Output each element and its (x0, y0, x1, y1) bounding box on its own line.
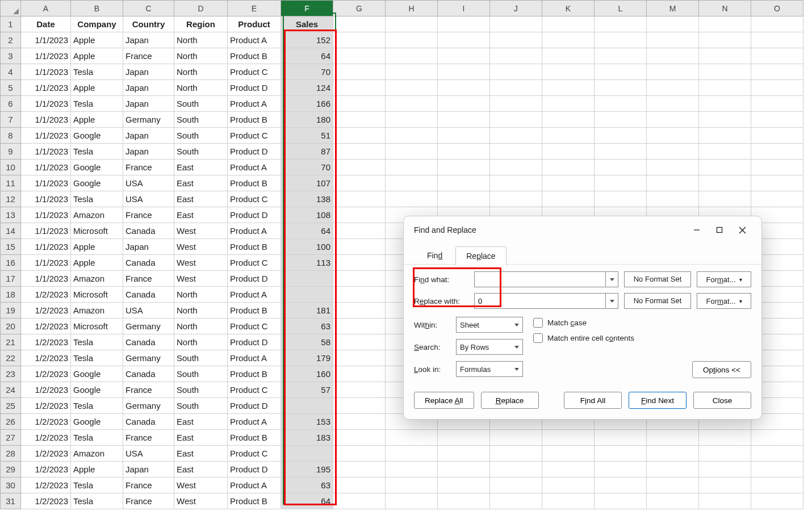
cell-F25[interactable] (281, 398, 333, 414)
cell-A10[interactable]: 1/1/2023 (21, 160, 71, 175)
cell-E29[interactable]: Product D (228, 462, 281, 477)
column-header-o[interactable]: O (751, 1, 803, 16)
cell-L3[interactable] (595, 48, 647, 64)
cell-A1[interactable]: Date (21, 16, 71, 32)
cell-G23[interactable] (333, 366, 386, 382)
cell-C18[interactable]: Canada (123, 287, 174, 303)
row-header-24[interactable]: 24 (1, 382, 21, 398)
cell-A5[interactable]: 1/1/2023 (21, 80, 71, 96)
cell-M4[interactable] (647, 64, 699, 80)
cell-G21[interactable] (333, 334, 386, 350)
cell-G2[interactable] (333, 32, 386, 48)
cell-A20[interactable]: 1/2/2023 (21, 319, 71, 334)
cell-D9[interactable]: South (174, 144, 228, 160)
cell-C5[interactable]: Japan (123, 80, 174, 96)
cell-D3[interactable]: North (174, 48, 228, 64)
cell-A26[interactable]: 1/2/2023 (21, 414, 71, 430)
cell-N3[interactable] (699, 48, 751, 64)
cell-A15[interactable]: 1/1/2023 (21, 239, 71, 255)
within-select[interactable]: Sheet (456, 317, 523, 333)
cell-E30[interactable]: Product A (228, 477, 281, 493)
cell-A22[interactable]: 1/2/2023 (21, 350, 71, 366)
cell-F17[interactable] (281, 271, 333, 287)
cell-O29[interactable] (751, 462, 803, 477)
match-entire-checkbox[interactable]: Match entire cell contents (533, 333, 634, 343)
cell-O2[interactable] (751, 32, 803, 48)
cell-F31[interactable]: 64 (281, 493, 333, 509)
cell-K9[interactable] (542, 144, 595, 160)
cell-N7[interactable] (699, 112, 751, 128)
cell-H7[interactable] (386, 112, 438, 128)
cell-B9[interactable]: Tesla (71, 144, 123, 160)
cell-F8[interactable]: 51 (281, 128, 333, 144)
cell-K27[interactable] (542, 430, 595, 446)
cell-D30[interactable]: West (174, 477, 228, 493)
cell-M11[interactable] (647, 175, 699, 191)
cell-B30[interactable]: Tesla (71, 477, 123, 493)
cell-N28[interactable] (699, 446, 751, 462)
cell-G4[interactable] (333, 64, 386, 80)
cell-O10[interactable] (751, 160, 803, 175)
cell-A9[interactable]: 1/1/2023 (21, 144, 71, 160)
cell-J7[interactable] (490, 112, 542, 128)
row-header-19[interactable]: 19 (1, 303, 21, 319)
cell-F14[interactable]: 64 (281, 223, 333, 239)
tab-replace[interactable]: Replace (455, 246, 506, 265)
cell-F19[interactable]: 181 (281, 303, 333, 319)
cell-E12[interactable]: Product C (228, 191, 281, 207)
cell-O11[interactable] (751, 175, 803, 191)
cell-C28[interactable]: USA (123, 446, 174, 462)
cell-O6[interactable] (751, 96, 803, 112)
cell-F16[interactable]: 113 (281, 255, 333, 271)
cell-A23[interactable]: 1/2/2023 (21, 366, 71, 382)
cell-C22[interactable]: Germany (123, 350, 174, 366)
cell-E10[interactable]: Product A (228, 160, 281, 175)
cell-G5[interactable] (333, 80, 386, 96)
cell-E21[interactable]: Product D (228, 334, 281, 350)
cell-G14[interactable] (333, 223, 386, 239)
cell-J30[interactable] (490, 477, 542, 493)
row-header-16[interactable]: 16 (1, 255, 21, 271)
cell-L6[interactable] (595, 96, 647, 112)
cell-I4[interactable] (438, 64, 490, 80)
row-header-15[interactable]: 15 (1, 239, 21, 255)
cell-A31[interactable]: 1/2/2023 (21, 493, 71, 509)
cell-A14[interactable]: 1/1/2023 (21, 223, 71, 239)
cell-O30[interactable] (751, 477, 803, 493)
cell-F1[interactable]: Sales (281, 16, 333, 32)
cell-A24[interactable]: 1/2/2023 (21, 382, 71, 398)
cell-G10[interactable] (333, 160, 386, 175)
cell-B5[interactable]: Apple (71, 80, 123, 96)
cell-B8[interactable]: Google (71, 128, 123, 144)
cell-B15[interactable]: Apple (71, 239, 123, 255)
cell-C23[interactable]: Canada (123, 366, 174, 382)
cell-I28[interactable] (438, 446, 490, 462)
row-header-22[interactable]: 22 (1, 350, 21, 366)
cell-E7[interactable]: Product B (228, 112, 281, 128)
cell-K5[interactable] (542, 80, 595, 96)
cell-J28[interactable] (490, 446, 542, 462)
row-header-8[interactable]: 8 (1, 128, 21, 144)
cell-H2[interactable] (386, 32, 438, 48)
replace-button[interactable]: Replace (481, 392, 539, 409)
cell-H10[interactable] (386, 160, 438, 175)
cell-M1[interactable] (647, 16, 699, 32)
cell-L10[interactable] (595, 160, 647, 175)
cell-B20[interactable]: Microsoft (71, 319, 123, 334)
cell-K31[interactable] (542, 493, 595, 509)
match-case-checkbox[interactable]: Match case (533, 318, 634, 328)
column-header-m[interactable]: M (647, 1, 699, 16)
cell-G25[interactable] (333, 398, 386, 414)
cell-G17[interactable] (333, 271, 386, 287)
cell-J1[interactable] (490, 16, 542, 32)
cell-O9[interactable] (751, 144, 803, 160)
cell-C31[interactable]: France (123, 493, 174, 509)
cell-D29[interactable]: East (174, 462, 228, 477)
cell-I27[interactable] (438, 430, 490, 446)
cell-O5[interactable] (751, 80, 803, 96)
cell-A2[interactable]: 1/1/2023 (21, 32, 71, 48)
cell-K3[interactable] (542, 48, 595, 64)
row-header-23[interactable]: 23 (1, 366, 21, 382)
column-header-k[interactable]: K (542, 1, 595, 16)
cell-C25[interactable]: Germany (123, 398, 174, 414)
